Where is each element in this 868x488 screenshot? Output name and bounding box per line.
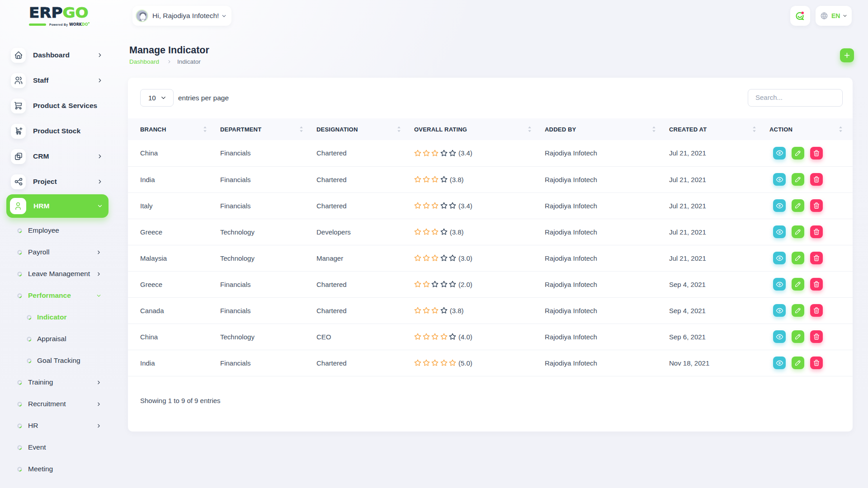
sidebar-item-crm[interactable]: CRM — [0, 144, 115, 169]
sidebar-item-iconbox — [11, 149, 26, 164]
edit-button[interactable] — [792, 173, 804, 186]
brand-logo[interactable]: ERPGO Powered By WORKDO — [29, 4, 90, 27]
sort-icon[interactable] — [528, 126, 532, 132]
view-button[interactable] — [773, 173, 786, 186]
indicator-table: BRANCHDEPARTMENTDESIGNATIONOVERALL RATIN… — [128, 118, 853, 376]
cell-designation: CEO — [304, 324, 402, 350]
sidebar-subitem-employee[interactable]: Employee — [0, 220, 115, 241]
view-button[interactable] — [773, 330, 786, 343]
edit-button[interactable] — [792, 252, 804, 264]
star-icon — [414, 150, 421, 157]
delete-button[interactable] — [810, 278, 823, 291]
entries-per-page-label: entries per page — [178, 89, 229, 107]
sidebar-item-hrm[interactable]: HRM — [0, 194, 115, 218]
star-icon — [414, 281, 421, 288]
sidebar-subitem-hr[interactable]: HR — [0, 415, 115, 436]
rating-value: (4.0) — [458, 333, 472, 341]
delete-button[interactable] — [810, 199, 823, 212]
edit-button[interactable] — [792, 199, 804, 212]
sidebar-subitem-leave-management[interactable]: Leave Management — [0, 263, 115, 285]
sort-icon[interactable] — [652, 126, 656, 132]
column-label: OVERALL RATING — [414, 126, 467, 133]
sort-icon[interactable] — [752, 126, 756, 132]
view-button[interactable] — [773, 252, 786, 264]
messenger-button[interactable] — [790, 6, 810, 26]
edit-button[interactable] — [792, 304, 804, 317]
column-header-action[interactable]: ACTION — [757, 118, 853, 140]
star-icon — [431, 228, 439, 235]
table-row: Greece Financials Chartered (2.0) Rajodi… — [128, 271, 853, 297]
user-menu[interactable]: Hi, Rajodiya Infotech! — [132, 6, 231, 26]
star-icon — [440, 150, 448, 157]
sidebar-item-iconbox — [11, 48, 26, 63]
sidebar-subitem-meeting[interactable]: Meeting — [0, 458, 115, 480]
column-header-department[interactable]: DEPARTMENT — [208, 118, 304, 140]
table-row: Canada Financials Chartered (3.8) Rajodi… — [128, 297, 853, 324]
sidebar-subitem-performance[interactable]: Performance — [0, 285, 115, 306]
column-header-created-at[interactable]: CREATED AT — [657, 118, 757, 140]
entries-per-page-select[interactable]: 10 — [140, 89, 174, 107]
cell-department: Financials — [208, 140, 304, 166]
star-icon — [449, 333, 456, 340]
sort-icon[interactable] — [839, 126, 843, 132]
sidebar-item-product-services[interactable]: Product & Services — [0, 93, 115, 118]
edit-button[interactable] — [792, 225, 804, 238]
sidebar-item-iconbox — [10, 198, 26, 214]
view-button[interactable] — [773, 357, 786, 369]
delete-button[interactable] — [810, 252, 823, 264]
sidebar-subitem-payroll[interactable]: Payroll — [0, 241, 115, 263]
sidebar-item-staff[interactable]: Staff — [0, 68, 115, 93]
edit-button[interactable] — [792, 147, 804, 160]
star-icon — [431, 254, 439, 262]
sidebar-item-dashboard[interactable]: Dashboard — [0, 42, 115, 68]
column-header-overall-rating[interactable]: OVERALL RATING — [402, 118, 533, 140]
delete-button[interactable] — [810, 304, 823, 317]
delete-button[interactable] — [810, 147, 823, 160]
sort-icon[interactable] — [203, 126, 207, 132]
sidebar-item-label: CRM — [33, 152, 49, 160]
view-button[interactable] — [773, 225, 786, 238]
edit-button[interactable] — [792, 330, 804, 343]
edit-button[interactable] — [792, 357, 804, 369]
column-header-branch[interactable]: BRANCH — [128, 118, 208, 140]
cell-designation: Chartered — [304, 192, 402, 219]
breadcrumb-dashboard-link[interactable]: Dashboard — [129, 58, 159, 65]
rating-value: (3.8) — [450, 176, 464, 183]
avatar — [136, 9, 148, 22]
sidebar-item-project[interactable]: Project — [0, 169, 115, 194]
column-label: DEPARTMENT — [220, 126, 261, 133]
cell-rating: (2.0) — [402, 271, 533, 297]
view-button[interactable] — [773, 278, 786, 291]
sort-icon[interactable] — [397, 126, 401, 132]
cell-branch: China — [128, 140, 208, 166]
delete-button[interactable] — [810, 357, 823, 369]
sort-icon[interactable] — [299, 126, 303, 132]
sidebar-subitem-event[interactable]: Event — [0, 436, 115, 458]
view-button[interactable] — [773, 304, 786, 317]
sidebar-item-product-stock[interactable]: Product Stock — [0, 118, 115, 144]
column-header-designation[interactable]: DESIGNATION — [304, 118, 402, 140]
star-icon — [431, 359, 439, 366]
bullet-icon — [17, 228, 22, 233]
add-indicator-button[interactable] — [840, 48, 854, 62]
sidebar-subitem-training[interactable]: Training — [0, 371, 115, 393]
delete-button[interactable] — [810, 330, 823, 343]
cell-department: Technology — [208, 219, 304, 245]
view-button[interactable] — [773, 147, 786, 160]
edit-button[interactable] — [792, 278, 804, 291]
language-selector[interactable]: EN — [816, 6, 852, 26]
star-icon — [431, 176, 439, 183]
chevron-icon — [97, 203, 103, 209]
delete-button[interactable] — [810, 225, 823, 238]
search-input[interactable] — [748, 89, 843, 107]
sidebar-nav: Dashboard Staff Product & Services Produ… — [0, 42, 115, 480]
bullet-icon — [17, 293, 22, 298]
sidebar-subitem-indicator[interactable]: Indicator — [0, 306, 115, 328]
sidebar-subitem-recruitment[interactable]: Recruitment — [0, 393, 115, 415]
column-header-added-by[interactable]: ADDED BY — [533, 118, 657, 140]
rating-value: (3.0) — [458, 254, 472, 262]
delete-button[interactable] — [810, 173, 823, 186]
sidebar-subitem-appraisal[interactable]: Appraisal — [0, 328, 115, 350]
sidebar-subitem-goal-tracking[interactable]: Goal Tracking — [0, 350, 115, 371]
view-button[interactable] — [773, 199, 786, 212]
